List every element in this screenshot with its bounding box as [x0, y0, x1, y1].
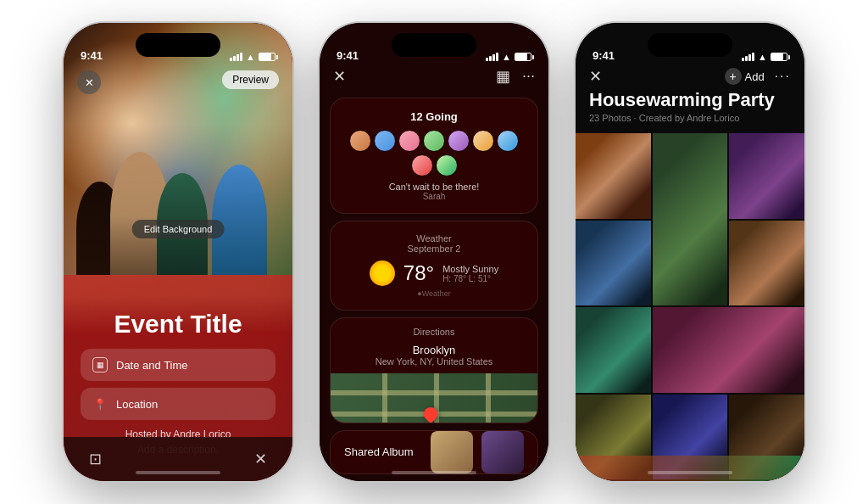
album-thumbnail-2: [481, 431, 524, 473]
status-time-3: 9:41: [593, 49, 615, 62]
phone3-screen: 9:41 ▲ ✕ + Add ···: [576, 23, 804, 481]
home-indicator-2: [392, 471, 476, 474]
dynamic-island-1: [136, 33, 220, 57]
avatar-1: [349, 130, 371, 152]
camera-icon[interactable]: ⊡: [89, 450, 102, 468]
battery-icon-1: [259, 53, 275, 61]
phone2-header: ✕ ▦ ···: [320, 67, 548, 86]
album-subtitle: 23 Photos · Created by Andre Lorico: [589, 113, 791, 123]
going-card: 12 Going Can't wait to be there! Sarah: [330, 98, 538, 214]
going-count: 12 Going: [344, 110, 524, 123]
status-icons-3: ▲: [742, 52, 787, 62]
shared-album-label: Shared Album: [344, 445, 422, 458]
home-indicator-1: [136, 471, 220, 474]
photo-cell-5[interactable]: [729, 221, 804, 306]
photo-cell-1[interactable]: [576, 133, 651, 219]
dynamic-island-2: [392, 33, 476, 57]
album-thumbnail-1: [431, 431, 473, 473]
avatar-3: [398, 130, 420, 152]
comment-text: Can't wait to be there!: [344, 182, 524, 192]
map-road-v1: [382, 373, 387, 423]
avatar-9: [436, 154, 458, 176]
sun-icon: [370, 260, 395, 286]
photo-cell-4[interactable]: [576, 221, 651, 306]
weather-card: Weather September 2 78° Mostly Sunny H: …: [330, 221, 538, 311]
shared-album-card[interactable]: Shared Album: [330, 430, 538, 474]
calendar-icon: ▦: [92, 357, 108, 372]
cards-container: 12 Going Can't wait to be there! Sarah: [320, 91, 548, 481]
location-field[interactable]: 📍 Location: [81, 388, 275, 420]
directions-card[interactable]: Directions Brooklyn New York, NY, United…: [330, 317, 538, 423]
dynamic-island-3: [648, 33, 732, 57]
phone-2: 9:41 ▲ ✕ ▦ ··· 12 Going: [320, 23, 548, 481]
signal-icon-1: [230, 53, 242, 61]
avatar-2: [374, 130, 396, 152]
map-view[interactable]: M: [331, 373, 537, 423]
preview-button[interactable]: Preview: [222, 70, 279, 89]
directions-title: Directions: [344, 327, 524, 337]
close-button-3[interactable]: ✕: [589, 67, 602, 86]
date-time-field[interactable]: ▦ Date and Time: [81, 349, 275, 381]
avatar-row: [344, 130, 524, 176]
avatar-8: [411, 154, 433, 176]
weather-date: Weather September 2: [344, 233, 524, 254]
photo-grid: [576, 133, 804, 481]
signal-icon-2: [486, 53, 498, 61]
map-road-v3: [486, 373, 491, 423]
status-icons-1: ▲: [230, 52, 275, 62]
location-pin-icon: 📍: [92, 396, 108, 412]
weather-attribution: ●Weather: [344, 289, 524, 298]
directions-full-address: New York, NY, United States: [344, 356, 524, 367]
phone2-screen: 9:41 ▲ ✕ ▦ ··· 12 Going: [320, 23, 548, 481]
comment-author: Sarah: [344, 192, 524, 201]
add-button[interactable]: + Add: [725, 68, 765, 85]
plus-circle-icon: +: [725, 68, 742, 85]
phone3-top-row: ✕ + Add ···: [589, 67, 791, 86]
bottom-toolbar: ⊡ ✕: [64, 437, 292, 481]
more-button-3[interactable]: ···: [775, 69, 791, 84]
phone3-header: ✕ + Add ··· Housewarming Party 23 Photos…: [576, 67, 804, 123]
avatar-6: [472, 130, 494, 152]
wifi-icon-3: ▲: [758, 52, 767, 62]
temperature: 78°: [403, 261, 434, 285]
more-button-2[interactable]: ···: [522, 67, 535, 86]
event-title: Event Title: [81, 310, 275, 339]
signal-icon-3: [742, 53, 754, 61]
close-button-1[interactable]: ✕: [77, 70, 101, 94]
date-time-label: Date and Time: [116, 359, 188, 372]
photo-cell-3[interactable]: [729, 133, 804, 219]
photo-cell-7[interactable]: [653, 307, 804, 393]
weather-conditions: Mostly Sunny H: 78° L: 51°: [442, 264, 498, 283]
status-time-2: 9:41: [337, 49, 359, 62]
battery-icon-3: [771, 53, 787, 61]
phone-1: 9:41 ▲ ✕ Preview: [64, 23, 292, 481]
avatar-5: [448, 130, 470, 152]
add-label: Add: [745, 70, 765, 83]
wifi-icon-1: ▲: [246, 52, 255, 62]
bottom-strip: [576, 456, 804, 481]
avatar-7: [497, 130, 519, 152]
directions-info: Directions Brooklyn New York, NY, United…: [331, 318, 537, 373]
photo-cell-2[interactable]: [653, 133, 728, 305]
calendar-header-icon[interactable]: ▦: [496, 67, 510, 86]
close-button-2[interactable]: ✕: [333, 67, 346, 86]
phone-3: 9:41 ▲ ✕ + Add ···: [576, 23, 804, 481]
wifi-icon-2: ▲: [502, 52, 511, 62]
battery-icon-2: [515, 53, 531, 61]
status-time-1: 9:41: [81, 49, 103, 62]
home-indicator-3: [648, 471, 732, 474]
phone1-screen: 9:41 ▲ ✕ Preview: [64, 23, 292, 481]
status-icons-2: ▲: [486, 52, 531, 62]
directions-city: Brooklyn: [344, 344, 524, 356]
close-icon-toolbar[interactable]: ✕: [254, 450, 267, 468]
photo-cell-6[interactable]: [576, 307, 651, 393]
avatar-4: [423, 130, 445, 152]
edit-background-button[interactable]: Edit Background: [132, 220, 225, 238]
weather-info-row: 78° Mostly Sunny H: 78° L: 51°: [344, 260, 524, 286]
album-title: Housewarming Party: [589, 89, 791, 111]
location-label: Location: [116, 398, 158, 411]
